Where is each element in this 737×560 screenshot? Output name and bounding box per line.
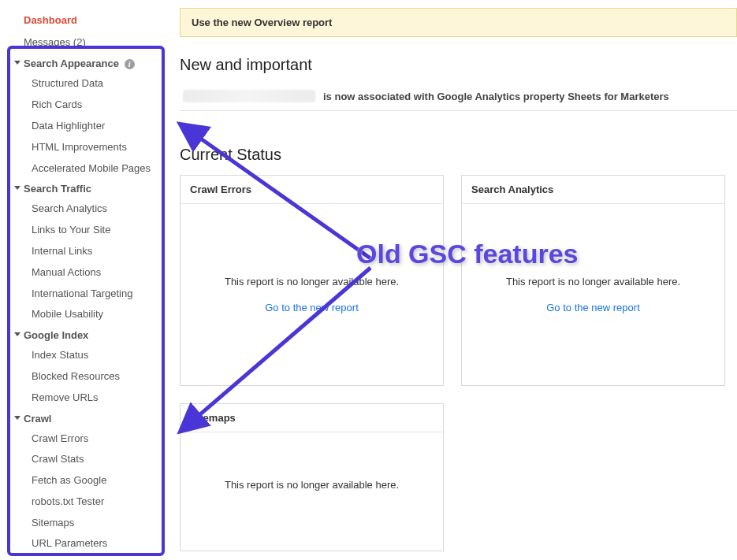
sidebar-section-search-traffic[interactable]: Search Traffic bbox=[0, 179, 166, 198]
chevron-down-icon bbox=[14, 186, 20, 190]
unavailable-text: This report is no longer available here. bbox=[225, 479, 399, 491]
section-label: Search Appearance bbox=[24, 57, 119, 69]
card-title: Crawl Errors bbox=[181, 176, 443, 204]
sidebar-item-mobile-usability[interactable]: Mobile Usability bbox=[0, 304, 166, 325]
sidebar-item-messages[interactable]: Messages (2) bbox=[0, 32, 166, 54]
sidebar-item-links-to-site[interactable]: Links to Your Site bbox=[0, 220, 166, 241]
unavailable-text: This report is no longer available here. bbox=[506, 276, 680, 287]
sidebar-section-crawl[interactable]: Crawl bbox=[0, 409, 166, 428]
sidebar-section-google-index[interactable]: Google Index bbox=[0, 325, 166, 345]
chevron-down-icon bbox=[14, 332, 20, 336]
card-title: Sitemaps bbox=[181, 404, 443, 432]
association-row[interactable]: is now associated with Google Analytics … bbox=[180, 85, 737, 111]
card-search-analytics: Search Analytics This report is no longe… bbox=[461, 175, 725, 386]
info-icon[interactable]: i bbox=[125, 59, 135, 69]
card-sitemaps: Sitemaps This report is no longer availa… bbox=[180, 403, 444, 551]
sidebar-item-amp[interactable]: Accelerated Mobile Pages bbox=[0, 158, 166, 180]
sidebar-item-dashboard[interactable]: Dashboard bbox=[0, 9, 166, 32]
sidebar-item-url-params[interactable]: URL Parameters bbox=[0, 533, 166, 554]
section-label: Search Traffic bbox=[24, 183, 91, 195]
current-status-title: Current Status bbox=[180, 146, 737, 164]
section-label: Google Index bbox=[24, 329, 88, 341]
sidebar-item-html-improvements[interactable]: HTML Improvements bbox=[0, 137, 166, 158]
sidebar-item-index-status[interactable]: Index Status bbox=[0, 345, 166, 366]
go-new-report-link[interactable]: Go to the new report bbox=[265, 302, 359, 313]
sidebar-item-fetch-google[interactable]: Fetch as Google bbox=[0, 470, 166, 491]
sidebar-item-search-analytics[interactable]: Search Analytics bbox=[0, 198, 166, 220]
sidebar-item-internal-links[interactable]: Internal Links bbox=[0, 241, 166, 262]
sidebar-item-robots-tester[interactable]: robots.txt Tester bbox=[0, 491, 166, 513]
go-new-report-link[interactable]: Go to the new report bbox=[546, 302, 640, 313]
card-title: Search Analytics bbox=[462, 176, 724, 204]
sidebar-item-crawl-errors[interactable]: Crawl Errors bbox=[0, 428, 166, 450]
main-content: Use the new Overview report New and impo… bbox=[166, 0, 737, 560]
sidebar-section-search-appearance[interactable]: Search Appearance i bbox=[0, 54, 166, 73]
sidebar-item-intl-targeting[interactable]: International Targeting bbox=[0, 284, 166, 305]
sidebar: Dashboard Messages (2) Search Appearance… bbox=[0, 0, 166, 560]
redacted-url bbox=[183, 90, 315, 102]
sidebar-item-manual-actions[interactable]: Manual Actions bbox=[0, 262, 166, 284]
sidebar-item-remove-urls[interactable]: Remove URLs bbox=[0, 388, 166, 409]
chevron-down-icon bbox=[14, 61, 20, 65]
card-crawl-errors: Crawl Errors This report is no longer av… bbox=[180, 175, 444, 386]
sidebar-item-sitemaps[interactable]: Sitemaps bbox=[0, 513, 166, 534]
association-text: is now associated with Google Analytics … bbox=[323, 91, 669, 102]
new-important-title: New and important bbox=[180, 56, 737, 74]
sidebar-item-data-highlighter[interactable]: Data Highlighter bbox=[0, 116, 166, 137]
sidebar-item-rich-cards[interactable]: Rich Cards bbox=[0, 95, 166, 116]
sidebar-item-blocked-resources[interactable]: Blocked Resources bbox=[0, 366, 166, 388]
overview-banner[interactable]: Use the new Overview report bbox=[180, 8, 737, 37]
sidebar-item-structured-data[interactable]: Structured Data bbox=[0, 73, 166, 95]
section-label: Crawl bbox=[24, 413, 51, 425]
sidebar-item-crawl-stats[interactable]: Crawl Stats bbox=[0, 449, 166, 470]
chevron-down-icon bbox=[14, 416, 20, 420]
unavailable-text: This report is no longer available here. bbox=[225, 276, 399, 287]
